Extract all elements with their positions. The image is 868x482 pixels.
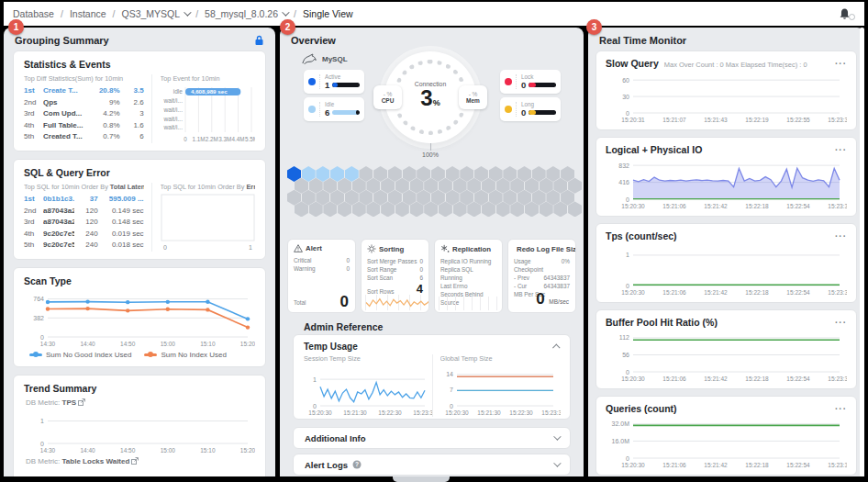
value-cell: 3 [120, 108, 144, 120]
svg-text:0: 0 [40, 441, 44, 447]
external-link-icon[interactable] [131, 457, 139, 465]
legend-item-no-index[interactable]: Sum No Index Used [144, 351, 227, 359]
name-cell: Created T... [43, 131, 87, 143]
connection-mini-bar [529, 83, 556, 87]
table-row[interactable]: 3rd Com Upd... 4.2% 3 [24, 108, 144, 120]
svg-text:15:21:30: 15:21:30 [343, 409, 367, 416]
connection-value: 6 [325, 107, 329, 118]
table-row[interactable]: 5th 9c20c7e5... 240 0.018 sec [24, 240, 144, 252]
count-cell: 120 [74, 206, 98, 218]
rank-cell: 5th [24, 131, 43, 143]
latency-cell: 595.009 ... [98, 194, 144, 206]
table-locks-trend-chart: 1014:3014:4014:5015:0015:1015:20 [24, 467, 255, 476]
scan-type-line-chart: 764382014:3014:4014:5015:0015:1015:20 [24, 291, 255, 348]
svg-text:382: 382 [33, 315, 44, 321]
panel-drag-handle[interactable] [393, 476, 450, 482]
table-row[interactable]: 2nd Qps 9% 2.6 [24, 97, 144, 109]
top-sql-latency-table: 1st 0b1b1c3... 37 595.009 ... 2nd a87043… [24, 194, 144, 252]
connection-value: 1 [325, 80, 329, 90]
svg-text:1.1M: 1.1M [192, 136, 205, 142]
svg-text:30: 30 [622, 94, 629, 100]
svg-text:15:21:43: 15:21:43 [704, 117, 728, 123]
svg-text:4.4M: 4.4M [231, 136, 244, 142]
breadcrumb-item-instance[interactable]: Instance [70, 8, 106, 19]
grouping-summary-panel: Grouping Summary Statistics & Events Top… [4, 28, 275, 476]
table-row[interactable]: 2nd a87043a2f... 120 0.149 sec [24, 206, 144, 218]
rank-cell: 2nd [24, 206, 43, 218]
sql-hash-cell: 9c20c7e5... [43, 229, 74, 241]
name-cell: Full Table... [43, 120, 87, 132]
svg-text:15:22:18: 15:22:18 [745, 203, 769, 209]
svg-text:14:30: 14:30 [40, 447, 56, 454]
rank-cell: 3rd [24, 108, 43, 120]
more-options-icon[interactable]: ··· [835, 319, 847, 327]
connection-mini-bar [332, 110, 360, 115]
breadcrumb: Database / Instance / QS3_MYSQL / 58_mys… [4, 2, 864, 26]
legend-item-good-index[interactable]: Sum No Good Index Used [29, 351, 131, 359]
table-row[interactable]: 3rd a87043a2f... 120 0.148 sec [24, 217, 144, 229]
table-row[interactable]: 4th Full Table... 0.8% 1.6 [24, 120, 144, 132]
annotation-badge-3: 3 [586, 19, 602, 35]
svg-text:15:23:31: 15:23:31 [413, 409, 432, 416]
table-row[interactable]: 4th 9c20c7e5... 240 0.019 sec [24, 229, 144, 241]
svg-text:15:22:30: 15:22:30 [509, 409, 533, 416]
redo-log-card[interactable]: Redo Log File Size Usage0% Checkpoint - … [507, 239, 576, 313]
breadcrumb-item-db-dropdown[interactable]: QS3_MYSQL [122, 8, 190, 19]
connection-card-lock: Lock0 [500, 70, 561, 94]
stats-table-title: Top Diff Statistics(Sum) for 10min [24, 74, 144, 83]
table-row[interactable]: 1st Create T... 20.8% 3.5 [24, 85, 144, 97]
sorting-card[interactable]: Sorting Sort Merge Passes0 Sort Range0 S… [361, 239, 429, 313]
lock-icon[interactable] [254, 35, 264, 46]
error-count-chart: 01 [161, 194, 255, 252]
replication-card[interactable]: Replication Replica IO Running Replica S… [434, 239, 503, 313]
svg-text:15:21:06: 15:21:06 [662, 462, 686, 468]
sql-hash-cell: 9c20c7e5... [43, 240, 74, 252]
queries-chart: 32.0M16.0M015:20:3015:21:0615:21:4215:22… [606, 414, 847, 469]
logical-physical-io-card: Logical + Physical IO ··· 832416015:20:3… [595, 137, 857, 217]
alert-logs-expander[interactable]: Alert Logs ? [293, 454, 571, 476]
status-dot [308, 78, 316, 85]
pct-cell: 9% [87, 97, 120, 109]
chevron-up-icon[interactable] [552, 343, 560, 351]
svg-text:15:21:42: 15:21:42 [704, 203, 728, 209]
table-row[interactable]: 1st 0b1b1c3... 37 595.009 ... [24, 194, 144, 206]
more-options-icon[interactable]: ··· [835, 406, 847, 413]
top-event-chart-title: Top Event for 10min [161, 74, 255, 83]
connection-label: Lock [521, 73, 556, 80]
svg-text:wait/i...: wait/i... [162, 116, 183, 122]
scrollbar[interactable] [860, 28, 864, 476]
latency-cell: 0.149 sec [98, 206, 144, 218]
svg-text:15:22:54: 15:22:54 [786, 376, 810, 382]
notification-bell-button[interactable] [838, 7, 855, 21]
svg-text:5.5M: 5.5M [245, 136, 255, 142]
alert-total-value: 0 [340, 294, 349, 309]
external-link-icon[interactable] [78, 398, 85, 406]
scan-type-legend: Sum No Good Index Used Sum No Index Used [29, 351, 255, 359]
svg-text:15:23:30: 15:23:30 [828, 376, 847, 382]
more-options-icon[interactable]: ··· [835, 61, 847, 68]
breadcrumb-item-database[interactable]: Database [13, 8, 54, 19]
connection-mini-bar [529, 110, 556, 115]
additional-info-expander[interactable]: Additional Info [293, 427, 571, 449]
temp-usage-card: Temp Usage Session Temp Size 1015:20:301… [293, 334, 571, 420]
more-options-icon[interactable]: ··· [835, 147, 847, 154]
count-cell: 120 [74, 217, 98, 229]
table-row[interactable]: 5th Created T... 0.7% 6 [24, 131, 144, 143]
session-temp-chart: 1015:20:3015:21:3015:22:3015:23:31 [304, 365, 432, 417]
slow-query-subtitle: Max Over Count : 0 Max Elapsed Time(sec)… [664, 61, 807, 69]
question-circle-icon: ? [352, 460, 362, 469]
svg-text:15:22:54: 15:22:54 [786, 289, 810, 296]
breadcrumb-item-instance-dropdown[interactable]: 58_mysql_8.0.26 [205, 8, 287, 19]
replication-status-row: Replica IO Running [440, 257, 496, 265]
redo-rate-value: 0 MB/sec [536, 291, 569, 309]
replication-status-row: Last Errno [440, 282, 496, 290]
svg-text:15:23:31: 15:23:31 [541, 409, 561, 416]
more-options-icon[interactable]: ··· [835, 233, 847, 241]
svg-text:14:50: 14:50 [120, 341, 136, 347]
alert-card[interactable]: Alert Critical0 Warning0 Total 0 [287, 239, 356, 313]
svg-text:14:50: 14:50 [120, 447, 136, 454]
rank-cell: 5th [24, 240, 43, 252]
rank-cell: 4th [24, 229, 43, 241]
value-cell: 6 [120, 131, 144, 143]
svg-text:wait/i...: wait/i... [162, 106, 183, 113]
